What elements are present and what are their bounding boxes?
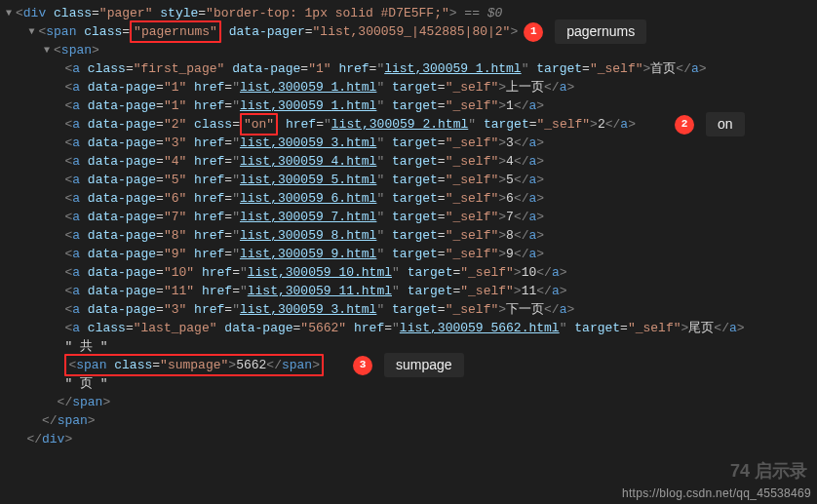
anchor-text: 6 xyxy=(506,189,514,208)
href-link[interactable]: list,300059_7.html xyxy=(240,208,376,226)
href-link[interactable]: list,300059_11.html xyxy=(248,282,392,300)
callout-badge-2: 2 xyxy=(675,115,694,135)
href-link[interactable]: list,300059_1.html xyxy=(384,59,521,78)
code-line[interactable]: <a data-page="9" href="list,300059_9.htm… xyxy=(4,245,817,263)
anchor-text: 11 xyxy=(522,282,537,300)
anchor-text: 5 xyxy=(506,171,514,189)
anchor-text: 首页 xyxy=(650,59,676,78)
anchor-text: 4 xyxy=(506,152,514,171)
anchor-text: 8 xyxy=(506,226,514,245)
anchor-text: 尾页 xyxy=(688,319,714,337)
code-line[interactable]: <a data-page="11" href="list,300059_11.h… xyxy=(4,282,817,300)
href-link[interactable]: list,300059_6.html xyxy=(240,189,376,208)
code-line[interactable]: <a class="last_page" data-page="5662" hr… xyxy=(4,319,817,337)
href-link[interactable]: list,300059_2.html xyxy=(331,115,468,134)
expand-icon[interactable] xyxy=(26,22,36,41)
anchor-text: 7 xyxy=(506,208,514,226)
callout-badge-3: 3 xyxy=(353,356,372,375)
code-line[interactable]: <a data-page="7" href="list,300059_7.htm… xyxy=(4,208,817,226)
href-link[interactable]: list,300059_5.html xyxy=(240,171,376,189)
href-link[interactable]: list,300059_9.html xyxy=(240,245,376,263)
code-line[interactable]: <a data-page="8" href="list,300059_8.htm… xyxy=(4,226,817,245)
code-line[interactable]: <a data-page="1" href="list,300059_1.htm… xyxy=(4,78,817,97)
href-link[interactable]: list,300059_8.html xyxy=(240,226,376,245)
expand-icon[interactable] xyxy=(42,41,52,59)
anchor-text: 上一页 xyxy=(506,78,544,97)
expand-icon[interactable] xyxy=(4,4,14,22)
href-link[interactable]: list,300059_1.html xyxy=(240,78,376,97)
site-logo: 74 启示录 xyxy=(730,459,807,483)
sumpage-value: 5662 xyxy=(236,358,266,372)
callout-label-3: sumpage xyxy=(384,353,464,377)
href-link[interactable]: list,300059_3.html xyxy=(240,300,376,319)
anchor-text: 3 xyxy=(506,134,514,152)
highlight-box: "pagernums" xyxy=(130,20,221,43)
code-line[interactable]: </span> xyxy=(4,393,817,411)
code-line[interactable]: <a class="first_page" data-page="1" href… xyxy=(4,59,817,78)
code-line[interactable]: <div class="pager" style="border-top: 1p… xyxy=(4,4,817,22)
code-line[interactable]: <a data-page="5" href="list,300059_5.htm… xyxy=(4,171,817,189)
href-link[interactable]: list,300059_10.html xyxy=(248,263,392,282)
anchor-text: 9 xyxy=(506,245,514,263)
code-line[interactable]: <a data-page="6" href="list,300059_6.htm… xyxy=(4,189,817,208)
callout-label-2: on xyxy=(706,112,745,136)
tag-div: div xyxy=(23,4,46,22)
code-line[interactable]: </span> xyxy=(4,411,817,430)
href-link[interactable]: list,300059_5662.html xyxy=(400,319,560,337)
anchor-text: 2 xyxy=(598,115,605,134)
code-line[interactable]: <a data-page="2" class="on" href="list,3… xyxy=(4,115,817,134)
code-line[interactable]: <span class="pagernums" data-pager="list… xyxy=(4,22,817,41)
code-line[interactable]: <a data-page="1" href="list,300059_1.htm… xyxy=(4,97,817,115)
anchor-text: 1 xyxy=(506,97,514,115)
code-line[interactable]: <span class="sumpage">5662</span>3sumpag… xyxy=(4,356,817,374)
code-line[interactable]: <span> xyxy=(4,41,817,59)
highlight-box: <span class="sumpage">5662</span> xyxy=(64,354,324,376)
highlight-box: "on" xyxy=(240,113,278,136)
watermark-url: https://blog.csdn.net/qq_45538469 xyxy=(622,486,811,500)
href-link[interactable]: list,300059_4.html xyxy=(240,152,376,171)
code-line[interactable]: <a data-page="3" href="list,300059_3.htm… xyxy=(4,300,817,319)
anchor-text: 10 xyxy=(522,263,537,282)
selected-node-indicator: == $0 xyxy=(457,4,503,22)
anchor-text: 下一页 xyxy=(506,300,544,319)
code-line[interactable]: <a data-page="4" href="list,300059_4.htm… xyxy=(4,152,817,171)
total-suffix-text: " 页 " xyxy=(64,374,107,393)
code-line[interactable]: </div> xyxy=(4,430,817,448)
href-link[interactable]: list,300059_3.html xyxy=(240,134,376,152)
callout-label-1: pagernums xyxy=(555,19,646,44)
callout-badge-1: 1 xyxy=(524,22,543,42)
code-line[interactable]: <a data-page="10" href="list,300059_10.h… xyxy=(4,263,817,282)
code-line[interactable]: <a data-page="3" href="list,300059_3.htm… xyxy=(4,134,817,152)
